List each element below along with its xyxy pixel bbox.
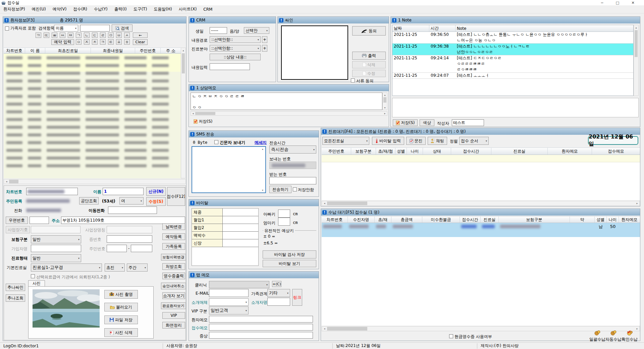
pcol-insurance[interactable]: 보험구분: [499, 217, 570, 223]
col-address[interactable]: 주 소: [161, 48, 181, 53]
note-preview-box[interactable]: [392, 98, 639, 117]
key-ch[interactable]: ㅊ: [92, 39, 98, 45]
batch-payment-button[interactable]: 일괄수납: [589, 330, 605, 342]
key-h[interactable]: ㅎ: [124, 39, 130, 45]
zipcode-button[interactable]: 우편번호: [6, 217, 28, 224]
receipt-button[interactable]: 접수(F12): [167, 187, 185, 206]
side-referrer-view-button[interactable]: 소개자 보기: [162, 292, 185, 299]
note-save-button[interactable]: 저장(S): [393, 119, 418, 126]
long-message-checkbox[interactable]: [214, 140, 218, 144]
vital-input-button[interactable]: 바이탈 입력: [372, 137, 404, 145]
wcol-status[interactable]: 상태: [423, 148, 451, 155]
note-grid[interactable]: 날짜 시간 Note 2021-11-25 09:36:50 [테스트] ㄴㄴㅇ…: [392, 25, 634, 96]
visit-input-field[interactable]: [210, 63, 250, 70]
pcol-visit[interactable]: 초/재: [375, 217, 391, 223]
subscriber-rrn2-field[interactable]: [131, 245, 152, 252]
mobile-field[interactable]: [108, 207, 157, 214]
note-author-field[interactable]: 테스트: [452, 119, 484, 126]
note-color-button[interactable]: 색상: [420, 119, 434, 126]
minimize-button[interactable]: ─: [594, 0, 610, 5]
biz-code-field[interactable]: [31, 226, 80, 233]
chart-no-field[interactable]: [26, 188, 78, 195]
maximize-button[interactable]: □: [610, 0, 625, 5]
redacted-row[interactable]: [4, 154, 181, 162]
key-ng[interactable]: ㅇ: [76, 39, 82, 45]
search-button[interactable]: 검색: [112, 24, 132, 32]
patient-list-vscrollbar[interactable]: ▴: [181, 48, 186, 178]
cert-no-field[interactable]: [107, 235, 152, 243]
menu-payment[interactable]: 수납(Y): [91, 5, 111, 13]
referral-media-dropdown[interactable]: ▾: [209, 298, 249, 306]
no-save-checkbox[interactable]: [293, 187, 297, 191]
side-approval-cancel-button[interactable]: 승인내역취소: [161, 283, 186, 289]
photo-capture-button[interactable]: 사진 촬영: [104, 290, 138, 299]
redacted-row[interactable]: [4, 69, 181, 77]
pcol-chart[interactable]: 차트번호: [322, 217, 348, 223]
side-insurance-history-button[interactable]: 보험이력변경: [161, 254, 186, 260]
key-d[interactable]: ㄷ: [92, 33, 98, 38]
sign-print-button[interactable]: 출력: [352, 52, 386, 60]
note-row[interactable]: 2021-11-25 09:36:50 [테스트] ㄴㄴㅇ츄ㅗㄴ 튠통ㄴ ㅜㄴㅇ…: [392, 32, 633, 44]
pcol-med[interactable]: 약: [570, 217, 595, 223]
menu-reception[interactable]: 접수(R): [70, 5, 91, 13]
key-j[interactable]: ㅈ: [84, 39, 90, 45]
patient-memo-field[interactable]: [209, 316, 313, 323]
sign-agree-button[interactable]: 동의: [352, 26, 386, 36]
redacted-row[interactable]: [4, 115, 181, 123]
key-ss[interactable]: ㅆ: [60, 33, 65, 38]
receipt-memo-field[interactable]: [209, 324, 313, 331]
default-room-dropdown[interactable]: 진료실1-고무경▾: [31, 264, 102, 272]
referrer-field[interactable]: [267, 298, 290, 306]
insurance-dropdown[interactable]: 일반▾: [31, 235, 81, 243]
note-col-date[interactable]: 날짜: [392, 25, 429, 32]
consult-memo-vscrollbar[interactable]: ▴ ▾: [382, 93, 387, 110]
pcol-memo[interactable]: 환자메모: [619, 217, 640, 223]
biz-name-field[interactable]: [107, 226, 152, 233]
redacted-row[interactable]: [4, 162, 181, 169]
signature-canvas[interactable]: [281, 25, 348, 80]
key-jj[interactable]: ㅉ: [68, 33, 73, 38]
confirm-payment-button[interactable]: 확인수납: [622, 330, 638, 342]
daytime-dropdown[interactable]: 주간▾: [127, 264, 148, 272]
redacted-row[interactable]: [4, 84, 181, 92]
col-last-visit[interactable]: 최종내원일: [91, 48, 135, 53]
side-reservation-button[interactable]: 예약등록: [162, 233, 185, 240]
side-screen-clear-button[interactable]: 화면정리: [162, 322, 185, 329]
key-n[interactable]: ㄴ: [84, 33, 90, 38]
visit-type-dropdown[interactable]: 초진▾: [105, 264, 125, 272]
key-dd[interactable]: ㄸ: [44, 33, 49, 38]
wcol-time[interactable]: 접수시간: [451, 148, 491, 155]
menu-crm[interactable]: CRM: [200, 5, 216, 13]
note-col-note[interactable]: Note: [455, 25, 633, 32]
gender-dropdown[interactable]: 여▾: [119, 197, 144, 205]
pcol-unpaid[interactable]: 미수환불금: [422, 217, 460, 223]
key-bb[interactable]: ㅃ: [52, 33, 57, 38]
new-patient-button[interactable]: 신규(N): [146, 187, 166, 196]
redacted-row[interactable]: [4, 131, 181, 138]
menu-patient-info[interactable]: 환자정보(P): [0, 5, 29, 13]
redacted-row[interactable]: [4, 108, 181, 115]
sms-vscroll-arrows[interactable]: ▴ ▾: [261, 148, 265, 192]
wcol-patient-memo[interactable]: 환자메모: [548, 148, 592, 155]
menu-reservation[interactable]: 예약(V): [49, 5, 70, 13]
sms-send-button[interactable]: 전송하기: [269, 186, 291, 193]
side-vip-button[interactable]: VIP: [162, 312, 185, 319]
key-gg[interactable]: ㄲ: [36, 33, 41, 38]
side-completed-patients-button[interactable]: 완료환자보기: [161, 302, 186, 309]
family-rel-dropdown[interactable]: 기타▾: [267, 289, 290, 297]
photo-save-button[interactable]: 파일 저장: [104, 315, 138, 324]
key-s[interactable]: ㅅ: [124, 33, 130, 38]
wcol-age[interactable]: 나이: [407, 148, 423, 155]
vital-pulse-value[interactable]: [223, 232, 258, 239]
clinic-add-button[interactable]: +(C): [272, 281, 281, 287]
consult-content-button[interactable]: ::상담 내용::: [210, 54, 261, 60]
chuna-view-button[interactable]: 추나조회: [6, 294, 25, 302]
payment-row-selected[interactable]: 남 50: [322, 223, 640, 237]
cash-receipt-checkbox[interactable]: [449, 334, 453, 338]
note-col-time[interactable]: 시간: [429, 25, 455, 32]
payment-table-body[interactable]: [322, 237, 640, 326]
side-receipt-print-button[interactable]: 영수증출력: [162, 273, 185, 279]
pcol-total[interactable]: 총금액: [391, 217, 422, 223]
redacted-row[interactable]: [4, 61, 181, 69]
close-button[interactable]: ✕: [625, 0, 641, 5]
